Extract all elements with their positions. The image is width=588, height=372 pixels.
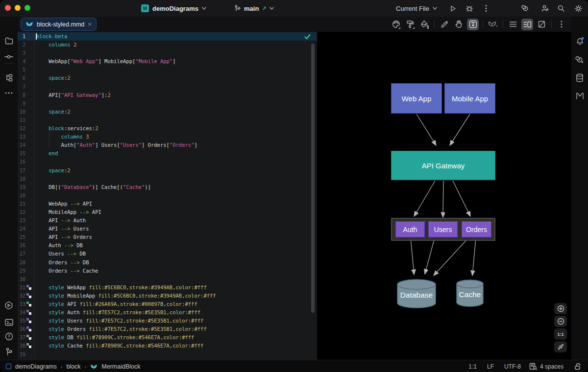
pan-tool-button[interactable] xyxy=(453,19,465,30)
diagrams-tree-button[interactable] xyxy=(3,72,14,83)
source-control-button[interactable] xyxy=(3,346,14,357)
gutter: 10 xyxy=(18,108,35,116)
settings-button[interactable] xyxy=(573,3,584,14)
gutter: 35 xyxy=(18,317,35,325)
terminal-button[interactable] xyxy=(3,317,14,327)
database-panel-button[interactable] xyxy=(574,72,585,83)
line-number: 31 xyxy=(18,283,25,292)
commits-button[interactable] xyxy=(3,51,14,62)
code-line: 4 WebApp["Web App"] MobileApp["Mobile Ap… xyxy=(18,57,317,66)
code-only-view-button[interactable] xyxy=(507,19,519,30)
gutter: 3 xyxy=(18,49,35,57)
line-number: 23 xyxy=(18,216,25,225)
unlocked-icon[interactable] xyxy=(574,363,581,370)
breadcrumb-project[interactable]: demoDiagrams xyxy=(15,363,57,370)
edge-API-Auth xyxy=(414,181,435,216)
code-line: 39 xyxy=(18,350,317,359)
line-number: 32 xyxy=(18,292,25,300)
zoom-controls: 1:1 xyxy=(554,303,567,352)
split-view-icon xyxy=(523,21,532,28)
edge-Orders-Cache xyxy=(472,238,476,276)
ai-panel-button[interactable] xyxy=(574,54,585,65)
breadcrumb-file[interactable]: MermaidBlock xyxy=(101,363,140,370)
project-selector[interactable]: M demoDiagrams xyxy=(141,0,206,17)
color-swatch[interactable] xyxy=(26,335,32,340)
ai-spiral-chat-icon xyxy=(575,55,584,64)
line-number: 8 xyxy=(18,91,25,99)
gutter: 15 xyxy=(18,149,35,158)
close-tab-icon[interactable]: × xyxy=(88,21,92,27)
run-panel-button[interactable] xyxy=(3,300,14,311)
actual-size-button[interactable]: 1:1 xyxy=(554,328,567,340)
encoding-indicator[interactable]: UTF-8 xyxy=(504,363,521,370)
code-line: 2 columns 2 xyxy=(18,41,317,49)
indent-indicator[interactable]: 4 spaces xyxy=(540,363,564,370)
code-editor[interactable]: 1block-beta2 columns 234 WebApp["Web App… xyxy=(18,32,317,360)
files-button[interactable] xyxy=(3,35,14,46)
notifications-button[interactable] xyxy=(574,36,585,46)
edit-tool-button[interactable] xyxy=(439,19,450,30)
more-actions-button[interactable] xyxy=(481,3,491,14)
search-button[interactable] xyxy=(556,3,566,14)
run-target-selector[interactable]: Current File xyxy=(396,5,437,12)
mermaid-panel-button[interactable] xyxy=(574,91,585,101)
list-view-icon xyxy=(509,21,517,27)
zoom-window-button[interactable] xyxy=(24,5,30,11)
gutter: 27 xyxy=(18,250,35,258)
paint-roller-button[interactable] xyxy=(404,19,416,30)
code-line: 15 end xyxy=(18,149,317,158)
more-panels-button[interactable] xyxy=(3,88,14,98)
color-swatch[interactable] xyxy=(26,343,32,349)
theme-button[interactable] xyxy=(390,19,402,30)
code-line: 35 style Users fill:#7E57C2,stroke:#5E35… xyxy=(18,317,317,325)
breadcrumb-folder[interactable]: block xyxy=(66,363,80,370)
split-view-button[interactable] xyxy=(521,19,533,30)
line-number: 11 xyxy=(18,116,25,124)
chevron-down-icon xyxy=(433,7,437,10)
code-line: 6 space:2 xyxy=(18,74,317,82)
zoom-out-button[interactable] xyxy=(554,316,567,327)
text-tool-button[interactable] xyxy=(467,19,479,30)
fit-to-screen-button[interactable] xyxy=(554,341,567,352)
minimize-window-button[interactable] xyxy=(15,5,21,11)
zoom-in-button[interactable] xyxy=(554,303,567,314)
line-number: 34 xyxy=(18,308,25,317)
diagram-only-view-button[interactable] xyxy=(536,19,547,30)
debug-button[interactable] xyxy=(464,3,475,14)
editor-scrollbar[interactable] xyxy=(311,44,315,313)
color-swatch[interactable] xyxy=(26,318,32,324)
branch-name: main xyxy=(244,5,259,12)
code-line: 10 space:2 xyxy=(18,108,317,116)
edge-Users-DB xyxy=(425,238,435,274)
color-swatch[interactable] xyxy=(26,326,32,332)
gutter: 4 xyxy=(18,57,35,66)
run-button[interactable] xyxy=(447,3,458,14)
code-line: 19 DB[("Database")] Cache[("Cache")] xyxy=(18,183,317,191)
color-swatch[interactable] xyxy=(26,293,32,299)
line-number: 2 xyxy=(18,41,25,49)
gutter: 8 xyxy=(18,91,35,99)
color-swatch[interactable] xyxy=(26,302,32,307)
fill-color-button[interactable] xyxy=(418,19,430,30)
branch-selector[interactable]: main ↗ xyxy=(234,0,274,17)
gutter: 2 xyxy=(18,41,35,49)
code-line: 31 style WebApp fill:#5C6BC0,stroke:#394… xyxy=(18,283,317,292)
color-swatch[interactable] xyxy=(26,285,32,290)
close-window-button[interactable] xyxy=(5,5,11,11)
line-number: 9 xyxy=(18,99,25,108)
gutter: 28 xyxy=(18,258,35,267)
add-user-button[interactable] xyxy=(539,3,550,14)
problems-button[interactable] xyxy=(3,331,14,342)
ai-assistant-button[interactable] xyxy=(520,3,531,14)
mermaid-help-icon: ? xyxy=(488,21,498,28)
gutter: 25 xyxy=(18,233,35,241)
mermaid-icon xyxy=(90,364,98,369)
more-tools-button[interactable] xyxy=(556,19,567,30)
tab-block-styled[interactable]: block-styled.mmd × xyxy=(21,18,97,31)
gutter: 24 xyxy=(18,225,35,233)
gutter: 38 xyxy=(18,342,35,350)
mermaid-syntax-help-button[interactable]: ? xyxy=(487,19,499,30)
cursor-position[interactable]: 1:1 xyxy=(468,363,477,370)
eol-indicator[interactable]: LF xyxy=(487,363,494,370)
color-swatch[interactable] xyxy=(26,310,32,315)
